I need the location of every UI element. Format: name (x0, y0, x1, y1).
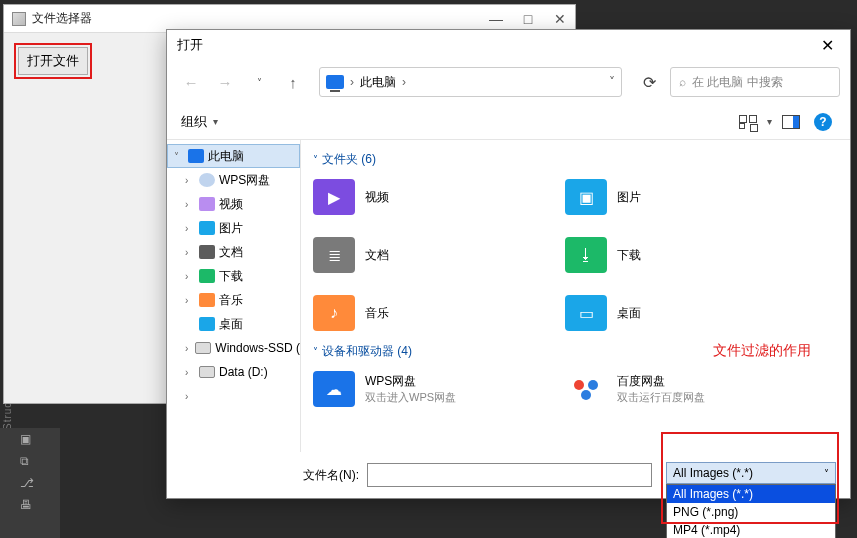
chevron-right-icon[interactable]: › (185, 367, 195, 378)
section-folders-header[interactable]: ˅文件夹 (6) (313, 146, 838, 172)
open-file-button[interactable]: 打开文件 (18, 47, 88, 75)
file-type-filter[interactable]: All Images (*.*) ˅ All Images (*.*) PNG … (666, 462, 836, 538)
organize-dropdown-icon[interactable]: ▾ (213, 116, 218, 127)
preview-pane-button[interactable] (778, 109, 804, 135)
tree-item-label: 图片 (219, 220, 243, 237)
annotation-text: 文件过滤的作用 (713, 342, 811, 360)
desktop-icon: ▭ (565, 295, 607, 331)
filter-option[interactable]: All Images (*.*) (667, 485, 835, 503)
chevron-right-icon[interactable]: › (185, 295, 195, 306)
dialog-footer: 文件名(N): All Images (*.*) ˅ All Images (*… (167, 452, 850, 498)
search-input[interactable]: ⌕ 在 此电脑 中搜索 (670, 67, 840, 97)
view-mode-button[interactable] (735, 109, 761, 135)
ide-icon-git[interactable]: ⎇ (20, 476, 60, 490)
ide-icon-print[interactable]: 🖶 (20, 498, 60, 512)
svg-point-1 (588, 380, 598, 390)
dialog-toolbar: 组织 ▾ ▾ ? (167, 104, 850, 140)
filename-input[interactable] (367, 463, 652, 487)
view-mode-dropdown-icon[interactable]: ▾ (767, 116, 772, 127)
pc-icon (188, 149, 204, 163)
ide-tool-strip: ▣ ⧉ ⎇ 🖶 (0, 428, 60, 538)
tree-item-label: 视频 (219, 196, 243, 213)
music-icon: ♪ (313, 295, 355, 331)
nav-recent-dropdown[interactable]: ˅ (245, 68, 273, 96)
chevron-right-icon[interactable]: › (185, 271, 195, 282)
help-button[interactable]: ? (810, 109, 836, 135)
organize-menu[interactable]: 组织 (181, 113, 207, 131)
music-icon (199, 293, 215, 307)
desktop-icon (199, 317, 215, 331)
tree-item-wps[interactable]: ›WPS网盘 (167, 168, 300, 192)
file-open-dialog: 打开 ✕ ← → ˅ ↑ › 此电脑 › ˅ ⟳ ⌕ 在 此电脑 中搜索 组织 … (166, 29, 851, 499)
folder-downloads[interactable]: ⭳下载 (565, 230, 817, 280)
refresh-button[interactable]: ⟳ (634, 67, 664, 97)
chevron-right-icon[interactable]: › (185, 391, 195, 402)
tree-item-ssd[interactable]: ›Windows-SSD ( (167, 336, 300, 360)
nav-forward-button[interactable]: → (211, 68, 239, 96)
breadcrumb[interactable]: › 此电脑 › ˅ (319, 67, 622, 97)
tree-item-documents[interactable]: ›文档 (167, 240, 300, 264)
tree-item-data[interactable]: ›Data (D:) (167, 360, 300, 384)
tree-item-desktop[interactable]: 桌面 (167, 312, 300, 336)
tree-item-downloads[interactable]: ›下载 (167, 264, 300, 288)
section-folders-label: 文件夹 (6) (322, 151, 376, 168)
pc-icon (326, 75, 344, 89)
download-icon: ⭳ (565, 237, 607, 273)
filter-selected-label: All Images (*.*) (673, 466, 753, 480)
folder-desktop[interactable]: ▭桌面 (565, 288, 817, 338)
breadcrumb-dropdown-icon[interactable]: ˅ (609, 75, 615, 89)
tree-item-more[interactable]: › (167, 384, 300, 408)
drive-icon (199, 366, 215, 378)
chevron-right-icon[interactable]: › (185, 199, 195, 210)
dialog-close-button[interactable]: ✕ (815, 36, 840, 55)
filter-selected[interactable]: All Images (*.*) ˅ (666, 462, 836, 484)
chevron-down-icon[interactable]: ˅ (174, 151, 184, 162)
dialog-nav: ← → ˅ ↑ › 此电脑 › ˅ ⟳ ⌕ 在 此电脑 中搜索 (167, 60, 850, 104)
chevron-down-icon[interactable]: ˅ (313, 154, 318, 165)
breadcrumb-sep: › (350, 75, 354, 89)
chevron-right-icon[interactable]: › (185, 343, 191, 354)
tree-item-label: 下载 (219, 268, 243, 285)
folder-music[interactable]: ♪音乐 (313, 288, 565, 338)
device-baidu[interactable]: 百度网盘双击运行百度网盘 (565, 364, 817, 414)
folder-tree[interactable]: ˅ 此电脑 ›WPS网盘 ›视频 ›图片 ›文档 ›下载 ›音乐 桌面 ›Win… (167, 140, 301, 452)
nav-back-button[interactable]: ← (177, 68, 205, 96)
video-icon: ▶ (313, 179, 355, 215)
tree-item-pictures[interactable]: ›图片 (167, 216, 300, 240)
tree-item-music[interactable]: ›音乐 (167, 288, 300, 312)
folder-pictures[interactable]: ▣图片 (565, 172, 817, 222)
dialog-main: ˅ 此电脑 ›WPS网盘 ›视频 ›图片 ›文档 ›下载 ›音乐 桌面 ›Win… (167, 140, 850, 452)
device-wps[interactable]: ☁ WPS网盘双击进入WPS网盘 (313, 364, 565, 414)
minimize-button[interactable]: — (489, 11, 503, 27)
device-label: WPS网盘 (365, 373, 456, 390)
chevron-down-icon[interactable]: ˅ (824, 468, 829, 479)
chevron-right-icon[interactable]: › (185, 247, 195, 258)
nav-up-button[interactable]: ↑ (279, 68, 307, 96)
filter-dropdown-list[interactable]: All Images (*.*) PNG (*.png) MP4 (*.mp4)… (666, 484, 836, 538)
folder-label: 图片 (617, 189, 641, 206)
folder-documents[interactable]: ≣文档 (313, 230, 565, 280)
content-pane[interactable]: ˅文件夹 (6) ▶视频 ▣图片 ≣文档 ⭳下载 ♪音乐 ▭桌面 ˅设备和驱动器… (301, 140, 850, 452)
search-icon: ⌕ (679, 75, 686, 89)
tree-item-label: WPS网盘 (219, 172, 270, 189)
chevron-right-icon[interactable]: › (185, 223, 195, 234)
tree-root-label: 此电脑 (208, 148, 244, 165)
device-sublabel: 双击进入WPS网盘 (365, 390, 456, 405)
filter-option[interactable]: PNG (*.png) (667, 503, 835, 521)
ide-icon-problems[interactable]: ⧉ (20, 454, 60, 468)
tree-root-this-pc[interactable]: ˅ 此电脑 (167, 144, 300, 168)
breadcrumb-sep2: › (402, 75, 406, 89)
section-devices-label: 设备和驱动器 (4) (322, 343, 412, 360)
folder-video[interactable]: ▶视频 (313, 172, 565, 222)
folder-label: 下载 (617, 247, 641, 264)
tree-item-video[interactable]: ›视频 (167, 192, 300, 216)
breadcrumb-location[interactable]: 此电脑 (360, 74, 396, 91)
ide-icon-terminal[interactable]: ▣ (20, 432, 60, 446)
drive-icon (195, 342, 211, 354)
maximize-button[interactable]: □ (521, 11, 535, 27)
chevron-down-icon[interactable]: ˅ (313, 346, 318, 357)
chevron-right-icon[interactable]: › (185, 175, 195, 186)
close-button[interactable]: ✕ (553, 11, 567, 27)
filter-option[interactable]: MP4 (*.mp4) (667, 521, 835, 538)
video-icon (199, 197, 215, 211)
